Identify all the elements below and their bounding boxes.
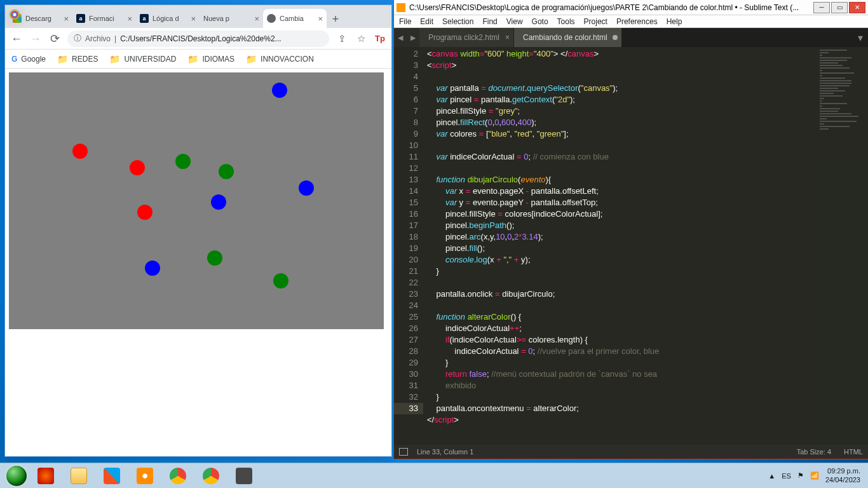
taskbar-item-sublime[interactable] <box>229 465 259 487</box>
close-button[interactable]: ✕ <box>849 2 865 13</box>
tray-clock[interactable]: 09:29 p.m. 24/04/2023 <box>825 467 860 484</box>
minimap[interactable] <box>817 47 868 445</box>
folder-icon: 📁 <box>187 54 198 64</box>
taskbar-item[interactable] <box>97 465 127 487</box>
tab-scroll-left[interactable]: ◀ <box>394 28 407 47</box>
reload-button[interactable]: ⟳ <box>48 32 61 45</box>
menu-view[interactable]: View <box>506 17 523 26</box>
bookmark-folder[interactable]: 📁REDES <box>57 54 98 64</box>
back-button[interactable]: ← <box>10 32 23 45</box>
forward-button: → <box>29 32 42 45</box>
system-tray: ▲ ES ⚑ 📶 09:29 p.m. 24/04/2023 <box>768 467 864 484</box>
drawn-circle <box>299 180 314 196</box>
status-tabsize[interactable]: Tab Size: 4 <box>797 448 831 456</box>
tray-date: 24/04/2023 <box>825 476 860 484</box>
taskbar-item-chrome[interactable] <box>163 465 193 487</box>
bookmark-label: Google <box>21 55 46 64</box>
share-icon[interactable]: ⇪ <box>336 32 348 45</box>
editor-body: 2345678910111213141516171819202122232425… <box>394 47 868 445</box>
dirty-indicator-icon <box>613 35 618 40</box>
drawn-circle <box>207 250 222 266</box>
tray-flag-icon[interactable]: ⚑ <box>797 471 804 480</box>
line-gutter[interactable]: 2345678910111213141516171819202122232425… <box>394 47 423 445</box>
chrome-icon <box>170 468 186 484</box>
star-icon[interactable]: ☆ <box>355 32 367 45</box>
close-icon[interactable]: × <box>127 14 132 24</box>
folder-icon: 📁 <box>246 54 257 64</box>
drawn-circle <box>272 83 287 98</box>
maximize-button[interactable]: ▭ <box>831 2 848 13</box>
drawn-circle <box>137 205 153 220</box>
menu-find[interactable]: Find <box>482 17 497 26</box>
extension-icon[interactable]: Tp <box>374 32 386 45</box>
chrome-toolbar: ← → ⟳ ⓘ Archivo | C:/Users/FRANCIS/Deskt… <box>5 28 391 50</box>
taskbar-item-explorer[interactable] <box>64 465 94 487</box>
canvas-element[interactable] <box>9 72 384 329</box>
editor-tab-active[interactable]: Cambiando de color.html <box>514 28 622 47</box>
tab-scroll-right[interactable]: ▶ <box>407 28 419 47</box>
editor-tab[interactable]: Programa click2.html× <box>419 28 514 47</box>
close-icon[interactable]: × <box>64 14 69 24</box>
tray-language[interactable]: ES <box>782 472 791 480</box>
close-icon[interactable]: × <box>318 14 323 24</box>
taskbar-item-chrome-profile[interactable] <box>196 465 226 487</box>
drawn-circle <box>273 273 288 288</box>
menu-tools[interactable]: Tools <box>557 17 575 26</box>
menu-edit[interactable]: Edit <box>420 17 433 26</box>
console-icon[interactable] <box>399 448 408 456</box>
taskbar: ▲ ES ⚑ 📶 09:29 p.m. 24/04/2023 <box>0 463 868 488</box>
editor-tabstrip: ◀▶ Programa click2.html× Cambiando de co… <box>394 28 868 47</box>
bookmark-label: REDES <box>72 55 98 64</box>
url-prefix: Archivo <box>85 34 111 43</box>
address-bar[interactable]: ⓘ Archivo | C:/Users/FRANCIS/Desktop/Log… <box>67 30 329 47</box>
start-button[interactable] <box>4 463 29 489</box>
close-icon[interactable]: × <box>191 14 196 24</box>
tab-label: Programa click2.html <box>428 33 499 42</box>
menu-goto[interactable]: Goto <box>532 17 548 26</box>
mediaplayer-icon <box>137 468 153 484</box>
bookmark-folder[interactable]: 📁UNIVERSIDAD <box>109 54 176 64</box>
tray-expand-icon[interactable]: ▲ <box>768 472 775 480</box>
menu-project[interactable]: Project <box>584 17 607 26</box>
bookmark-folder[interactable]: 📁IDIOMAS <box>187 54 234 64</box>
menu-selection[interactable]: Selection <box>442 17 473 26</box>
drawn-circle <box>72 144 88 159</box>
chrome-icon <box>203 468 219 484</box>
drawn-circle <box>145 261 160 276</box>
chrome-tab[interactable]: Nueva p× <box>200 9 263 28</box>
drawn-circle <box>219 164 234 179</box>
bookmarks-bar: GGoogle 📁REDES 📁UNIVERSIDAD 📁IDIOMAS 📁IN… <box>5 50 391 69</box>
close-icon[interactable]: × <box>254 14 259 24</box>
title-bar[interactable]: C:\Users\FRANCIS\Desktop\Logica de progr… <box>394 0 868 15</box>
taskbar-item[interactable] <box>31 465 61 487</box>
minimize-button[interactable]: ─ <box>813 2 830 13</box>
taskbar-item-mediaplayer[interactable] <box>130 465 160 487</box>
app-icon <box>104 468 120 484</box>
page-viewport <box>5 69 391 456</box>
chrome-tab[interactable]: aLógica d× <box>136 9 200 28</box>
code-area[interactable]: <canvas width="600" height="400"> </canv… <box>423 47 868 445</box>
tab-label: Cambiando de color.html <box>523 33 607 42</box>
menu-preferences[interactable]: Preferences <box>616 17 658 26</box>
menu-file[interactable]: File <box>399 17 411 26</box>
folder-icon: 📁 <box>57 54 68 64</box>
status-language[interactable]: HTML <box>844 448 863 456</box>
chrome-tabstrip: Descarg× aFormaci× aLógica d× Nueva p× C… <box>5 5 391 28</box>
tab-label: Cambia <box>280 15 304 22</box>
tray-network-icon[interactable]: 📶 <box>810 471 819 480</box>
drawn-circle <box>211 194 226 210</box>
chrome-tab[interactable]: aFormaci× <box>72 9 136 28</box>
google-icon: G <box>11 55 17 64</box>
minimap-content <box>820 50 865 131</box>
tab-menu-button[interactable]: ▾ <box>853 28 868 47</box>
bookmark-google[interactable]: GGoogle <box>11 55 46 64</box>
new-tab-button[interactable]: + <box>327 10 344 28</box>
chrome-tab-active[interactable]: Cambia× <box>263 9 327 28</box>
bookmark-folder[interactable]: 📁INNOVACCION <box>246 54 314 64</box>
bookmark-label: INNOVACCION <box>261 55 314 64</box>
status-cursor[interactable]: Line 33, Column 1 <box>417 448 473 456</box>
bookmark-label: IDIOMAS <box>202 55 234 64</box>
tab-label: Lógica d <box>153 15 179 22</box>
close-icon[interactable]: × <box>505 33 510 42</box>
menu-help[interactable]: Help <box>667 17 682 26</box>
